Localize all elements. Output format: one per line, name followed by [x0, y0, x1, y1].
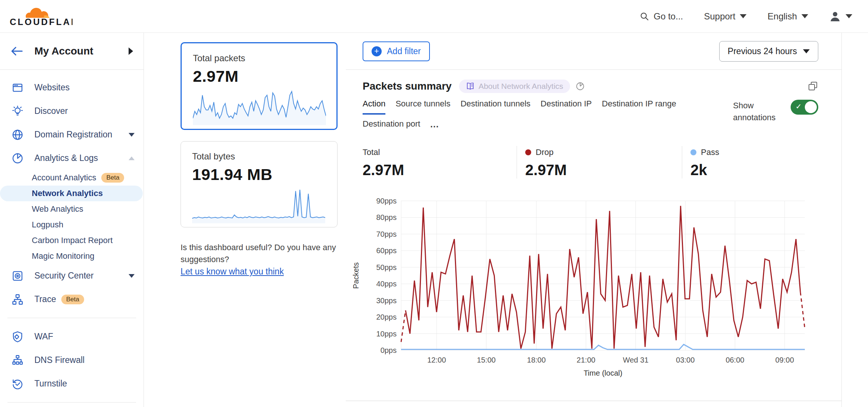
my-account-title: My Account: [34, 45, 129, 57]
svg-text:Packets: Packets: [353, 262, 360, 289]
packets-time-series-chart: 0pps10pps20pps30pps40pps50pps60pps70pps8…: [353, 195, 835, 383]
sidebar-item-discover[interactable]: Discover: [0, 99, 144, 123]
about-network-analytics-badge[interactable]: About Network Analytics: [459, 80, 570, 93]
svg-text:15:00: 15:00: [477, 356, 496, 364]
shield-gear-icon: [11, 330, 24, 343]
sidebar-item-security-center[interactable]: Security Center: [0, 264, 144, 288]
more-tabs-button[interactable]: ...: [430, 119, 439, 133]
svg-text:21:00: 21:00: [577, 356, 595, 364]
search-icon: [640, 12, 649, 21]
sidebar-subitem-label: Network Analytics: [32, 189, 103, 198]
svg-text:60pps: 60pps: [376, 246, 397, 255]
chevron-up-icon: [129, 156, 135, 160]
top-header: CLOUDFLARE Go to... Support English: [0, 0, 868, 33]
drop-legend-dot: [525, 149, 531, 155]
sidebar-subitem-label: Web Analytics: [32, 204, 83, 214]
chevron-down-icon: [740, 14, 747, 18]
panel-title: Packets summary: [363, 80, 452, 92]
sidebar-item-label: WAF: [34, 332, 135, 342]
tab-action[interactable]: Action: [363, 99, 385, 115]
svg-text:10pps: 10pps: [376, 330, 397, 338]
sidebar-subitem-carbon-impact-report[interactable]: Carbon Impact Report: [0, 233, 144, 248]
beta-badge: Beta: [61, 295, 84, 304]
check-icon: ✓: [795, 102, 802, 111]
stat-value: 2k: [690, 162, 818, 178]
refresh-check-icon: [11, 378, 24, 390]
annotations-toggle[interactable]: ✓: [791, 100, 818, 115]
stat-value: 2.97M: [363, 162, 517, 178]
bytes-sparkline: [192, 187, 325, 223]
sidebar-item-websites[interactable]: Websites: [0, 76, 144, 99]
sidebar-subitem-network-analytics[interactable]: Network Analytics: [0, 186, 143, 201]
sidebar-item-analytics-logs[interactable]: Analytics & Logs: [0, 146, 144, 170]
expand-panel-icon[interactable]: [808, 81, 818, 91]
total-packets-card[interactable]: Total packets 2.97M: [181, 42, 338, 130]
panel-divider: [346, 401, 841, 401]
cloudflare-logo[interactable]: CLOUDFLARE: [9, 6, 73, 27]
sidebar-item-trace[interactable]: Trace Beta: [0, 288, 144, 311]
add-filter-label: Add filter: [387, 46, 421, 56]
sidebar-subitem-web-analytics[interactable]: Web Analytics: [0, 201, 144, 217]
tab-destination-ip-range[interactable]: Destination IP range: [602, 99, 676, 115]
svg-text:70pps: 70pps: [376, 230, 397, 238]
sidebar-subitem-label: Magic Monitoring: [32, 251, 95, 261]
time-range-dropdown[interactable]: Previous 24 hours: [719, 41, 818, 62]
summary-cards-column: Total packets 2.97M Total bytes 191.94 M…: [144, 33, 346, 407]
back-arrow-icon[interactable]: [10, 46, 23, 56]
svg-text:18:00: 18:00: [527, 356, 546, 364]
svg-text:80pps: 80pps: [376, 213, 397, 221]
pass-legend-dot: [690, 149, 696, 155]
chevron-right-icon[interactable]: [129, 47, 133, 55]
card-title: Total packets: [193, 53, 325, 63]
sidebar-item-turnstile[interactable]: Turnstile: [0, 372, 144, 395]
svg-text:40pps: 40pps: [376, 280, 397, 288]
sidebar-subitem-logpush[interactable]: Logpush: [0, 217, 144, 233]
add-filter-button[interactable]: + Add filter: [363, 41, 430, 61]
pie-chart-mini-icon[interactable]: [575, 81, 585, 91]
sidebar-subitem-label: Logpush: [32, 220, 63, 230]
sidebar-subitem-magic-monitoring[interactable]: Magic Monitoring: [0, 248, 144, 264]
goto-search[interactable]: Go to...: [640, 11, 683, 22]
language-menu[interactable]: English: [767, 11, 808, 22]
show-annotations-control: Show annotations ✓: [733, 100, 818, 124]
tab-destination-tunnels[interactable]: Destination tunnels: [461, 99, 530, 115]
sidebar-item-domain-registration[interactable]: Domain Registration: [0, 123, 144, 146]
packets-sparkline: [193, 88, 326, 125]
svg-text:12:00: 12:00: [427, 356, 446, 364]
tab-destination-ip[interactable]: Destination IP: [541, 99, 592, 115]
sidebar: My Account Websites Discover Domain: [0, 33, 144, 407]
svg-text:03:00: 03:00: [676, 356, 695, 364]
stat-label: Total: [363, 147, 380, 157]
total-bytes-card[interactable]: Total bytes 191.94 MB: [181, 141, 338, 227]
sidebar-item-label: Analytics & Logs: [34, 153, 129, 163]
book-icon: [466, 82, 475, 90]
legend-stats-row: Total 2.97M Drop 2.97M Pass 2k: [363, 146, 818, 178]
sidebar-item-label: Websites: [34, 83, 135, 93]
time-range-label: Previous 24 hours: [728, 46, 797, 56]
sidebar-item-waf[interactable]: WAF: [0, 325, 144, 348]
chevron-down-icon: [801, 14, 808, 18]
support-label: Support: [704, 11, 735, 22]
sidebar-item-label: Domain Registration: [34, 130, 129, 140]
support-menu[interactable]: Support: [704, 11, 747, 22]
show-annotations-label: Show annotations: [733, 100, 781, 124]
svg-text:20pps: 20pps: [376, 313, 397, 321]
stat-pass: Pass 2k: [682, 146, 818, 178]
feedback-link[interactable]: Let us know what you think: [181, 267, 284, 276]
svg-text:Time (local): Time (local): [584, 369, 622, 377]
dimension-tabs: Action Source tunnels Destination tunnel…: [363, 99, 818, 133]
right-gutter: [842, 33, 868, 407]
stat-label: Pass: [701, 147, 719, 157]
tab-source-tunnels[interactable]: Source tunnels: [395, 99, 450, 115]
card-title: Total bytes: [192, 151, 326, 162]
feedback-question: Is this dashboard useful? Do you have an…: [181, 242, 341, 265]
svg-text:30pps: 30pps: [376, 296, 397, 305]
sidebar-subitem-account-analytics[interactable]: Account Analytics Beta: [0, 170, 144, 186]
svg-text:50pps: 50pps: [376, 263, 397, 271]
account-menu[interactable]: [829, 10, 852, 22]
sidebar-item-label: Security Center: [34, 271, 129, 281]
sidebar-item-dns-firewall[interactable]: DNS Firewall: [0, 348, 144, 372]
card-value: 2.97M: [193, 67, 325, 86]
tab-destination-port[interactable]: Destination port: [363, 119, 420, 133]
feedback-block: Is this dashboard useful? Do you have an…: [181, 242, 341, 278]
